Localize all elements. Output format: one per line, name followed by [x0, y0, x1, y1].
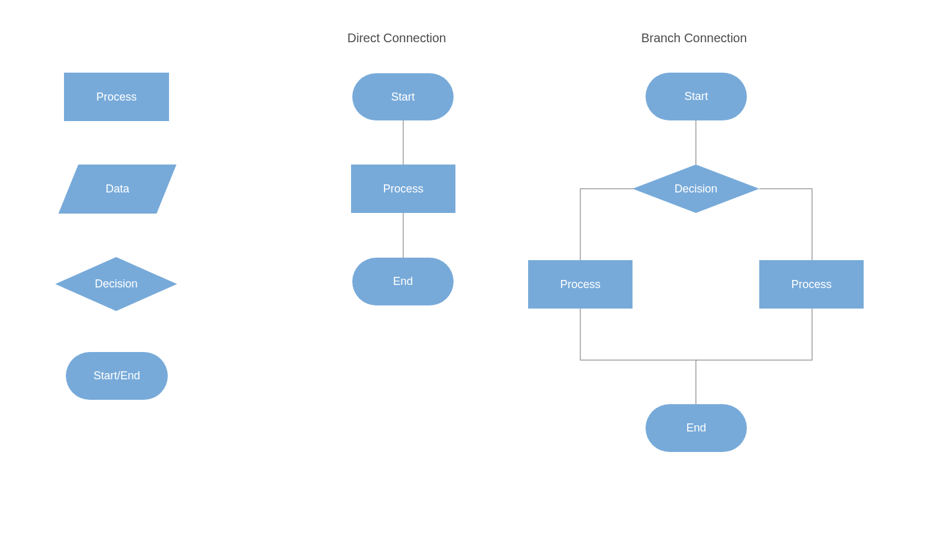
direct-start: Start — [352, 73, 454, 120]
direct-end: End — [352, 258, 454, 305]
branch-decision: Decision — [633, 165, 759, 213]
legend-process: Process — [64, 73, 169, 121]
branch-conn-start-decision — [695, 120, 697, 165]
title-direct: Direct Connection — [347, 31, 446, 45]
branch-process-right: Process — [759, 260, 864, 309]
branch-conn-right-merge — [696, 309, 812, 361]
branch-process-left: Process — [528, 260, 633, 309]
branch-end-label: End — [646, 422, 747, 435]
direct-process-label: Process — [351, 183, 455, 196]
direct-conn-process-end — [403, 213, 404, 258]
branch-conn-decision-right — [759, 189, 812, 260]
legend-terminator: Start/End — [66, 352, 168, 400]
legend-data: Data — [58, 165, 176, 214]
direct-conn-start-process — [403, 120, 404, 165]
branch-start: Start — [646, 73, 747, 120]
legend-decision-label: Decision — [55, 278, 177, 291]
legend-data-label: Data — [58, 183, 176, 196]
direct-end-label: End — [352, 275, 454, 288]
legend-terminator-label: Start/End — [66, 369, 168, 382]
branch-conn-left-merge — [580, 309, 697, 361]
branch-conn-decision-left — [580, 189, 634, 260]
direct-process: Process — [351, 165, 455, 213]
branch-end: End — [646, 404, 747, 452]
title-branch: Branch Connection — [641, 31, 747, 45]
branch-decision-label: Decision — [633, 183, 759, 196]
branch-process-right-label: Process — [759, 278, 864, 291]
branch-conn-merge-end — [695, 360, 697, 404]
branch-start-label: Start — [646, 90, 747, 103]
branch-process-left-label: Process — [528, 278, 633, 291]
direct-start-label: Start — [352, 91, 454, 104]
legend-decision: Decision — [55, 257, 177, 311]
legend-process-label: Process — [64, 91, 169, 104]
